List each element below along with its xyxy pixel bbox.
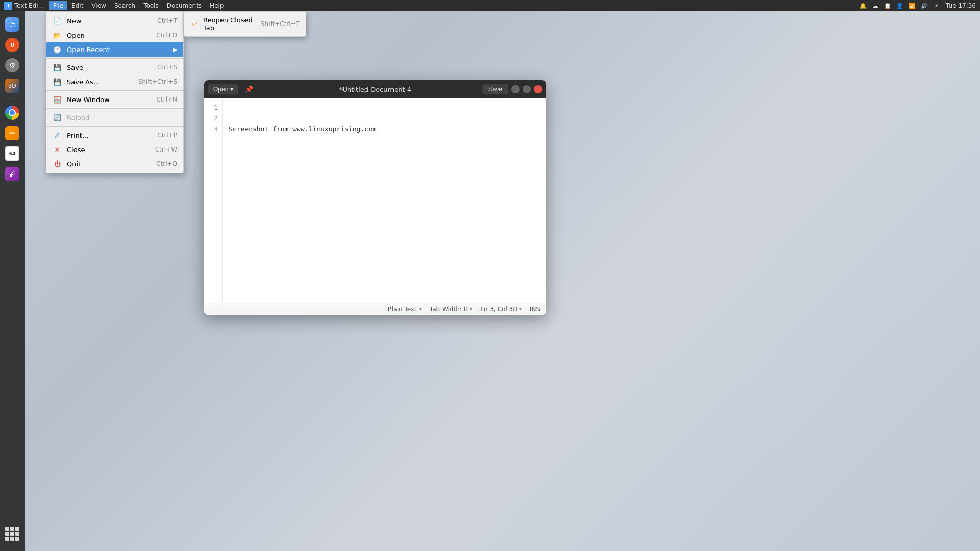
user-icon[interactable]: 👤 — [896, 2, 904, 10]
grid-dot — [5, 532, 9, 536]
line-number: 3 — [210, 124, 218, 135]
blender-icon: 3D — [5, 79, 19, 93]
grid-dot — [5, 527, 9, 531]
menu-item-print[interactable]: 🖨 Print... Ctrl+P — [46, 128, 183, 142]
reload-label: Reload — [67, 114, 177, 121]
menu-search[interactable]: Search — [110, 1, 139, 10]
notification-icon[interactable]: 🔔 — [859, 2, 867, 10]
language-selector[interactable]: Plain Text ▾ — [388, 306, 422, 313]
cursor-position: Ln 3, Col 38 ▾ — [480, 306, 522, 313]
dock-divider — [5, 99, 19, 99]
open-recent-submenu: ↩ Reopen Closed Tab Shift+Ctrl+T — [184, 11, 306, 37]
close-button[interactable]: ✕ — [534, 85, 542, 93]
paint-icon: 🖌 — [5, 167, 19, 181]
menu-help[interactable]: Help — [206, 1, 228, 10]
save-as-icon: 💾 — [53, 77, 62, 86]
dock-item-paint[interactable]: 🖌 — [3, 165, 21, 183]
menu-item-open-recent[interactable]: 🕐 Open Recent ▶ — [46, 42, 183, 57]
network-icon[interactable]: 📶 — [908, 2, 916, 10]
cloud-icon[interactable]: ☁ — [871, 2, 879, 10]
quit-label: Quit — [67, 160, 151, 168]
clipboard-icon[interactable]: 📋 — [884, 2, 892, 10]
save-button[interactable]: Save — [482, 84, 508, 94]
open-shortcut: Ctrl+O — [156, 32, 177, 39]
menu-separator-2 — [46, 90, 183, 91]
menu-separator-3 — [46, 108, 183, 109]
editor-title: *Untitled Document 4 — [339, 86, 411, 93]
editor-text-area[interactable]: Screenshot from www.linuxuprising.com — [223, 98, 546, 303]
pin-button[interactable]: 📌 — [241, 84, 256, 94]
pencil-icon: ✏ — [5, 126, 19, 140]
recent-icon: 🕐 — [53, 45, 62, 54]
new-window-label: New Window — [67, 96, 152, 104]
menu-documents[interactable]: Documents — [163, 1, 206, 10]
menu-file[interactable]: File — [49, 1, 67, 10]
file-menu: 📄 New Ctrl+T 📂 Open Ctrl+O 🕐 Open Recent… — [46, 11, 184, 173]
menu-item-open[interactable]: 📂 Open Ctrl+O — [46, 28, 183, 42]
dock-item-blender[interactable]: 3D — [3, 77, 21, 95]
open-label: Open — [67, 32, 151, 39]
menu-item-reload: 🔄 Reload — [46, 110, 183, 124]
volume-icon[interactable]: 🔊 — [920, 2, 928, 10]
dock-item-texteditor[interactable]: ✏ — [3, 124, 21, 142]
new-icon: 📄 — [53, 16, 62, 26]
menu-item-save-as[interactable]: 💾 Save As... Shift+Ctrl+S — [46, 74, 183, 89]
grid-dot — [15, 537, 19, 541]
insert-mode: INS — [530, 306, 540, 313]
cursor-label: Ln 3, Col 38 — [480, 306, 517, 313]
menu-item-close[interactable]: ✕ Close Ctrl+W — [46, 142, 183, 157]
menu-item-save[interactable]: 💾 Save Ctrl+S — [46, 60, 183, 74]
menu-edit[interactable]: Edit — [67, 1, 87, 10]
app-small-icon: T — [4, 2, 12, 10]
tab-width-selector[interactable]: Tab Width: 8 ▾ — [430, 306, 473, 313]
line-number: 1 — [210, 103, 218, 113]
menu-item-new-window[interactable]: 🪟 New Window Ctrl+N — [46, 92, 183, 107]
reopen-label: Reopen Closed Tab — [203, 16, 256, 32]
app-name-indicator: T Text Edi... — [4, 2, 44, 10]
menu-item-new[interactable]: 📄 New Ctrl+T — [46, 14, 183, 28]
dock-item-calendar[interactable]: 64 — [3, 144, 21, 163]
minimize-button[interactable]: — — [511, 85, 520, 93]
save-label: Save — [67, 64, 152, 71]
menu-item-quit[interactable]: ⏻ Quit Ctrl+Q — [46, 157, 183, 171]
dock: 🗂 U ⚙ 3D ✏ 64 🖌 — [0, 11, 24, 551]
clock-label: Tue 17:36 — [946, 2, 976, 9]
open-button[interactable]: Open ▾ — [208, 84, 238, 94]
language-arrow: ▾ — [419, 306, 422, 312]
quit-shortcut: Ctrl+Q — [156, 160, 177, 167]
menu-view[interactable]: View — [87, 1, 110, 10]
tab-width-label: Tab Width: 8 — [430, 306, 468, 313]
system-tray: 🔔 ☁ 📋 👤 📶 🔊 ⚡ — [859, 2, 941, 10]
line-number: 2 — [210, 113, 218, 124]
reopen-shortcut: Shift+Ctrl+T — [261, 20, 300, 28]
grid-dot — [15, 532, 19, 536]
chrome-icon — [5, 106, 19, 120]
battery-icon[interactable]: ⚡ — [933, 2, 941, 10]
grid-dot — [10, 532, 14, 536]
open-dropdown-arrow: ▾ — [230, 86, 233, 93]
new-shortcut: Ctrl+T — [157, 17, 177, 24]
open-recent-label: Open Recent — [67, 46, 168, 54]
cursor-arrow: ▾ — [519, 306, 522, 312]
top-panel-right: 🔔 ☁ 📋 👤 📶 🔊 ⚡ Tue 17:36 — [859, 2, 976, 10]
maximize-button[interactable]: □ — [523, 85, 531, 93]
save-as-label: Save As... — [67, 78, 133, 86]
save-as-shortcut: Shift+Ctrl+S — [138, 78, 177, 85]
dock-apps-grid[interactable] — [3, 524, 21, 543]
close-icon: ✕ — [53, 145, 62, 154]
settings-icon: ⚙ — [5, 58, 19, 72]
menu-tools[interactable]: Tools — [139, 1, 163, 10]
close-label: Close — [67, 146, 150, 154]
save-shortcut: Ctrl+S — [157, 64, 177, 71]
reopen-closed-tab-item[interactable]: ↩ Reopen Closed Tab Shift+Ctrl+T — [184, 14, 306, 34]
dock-item-ubuntu[interactable]: U — [3, 36, 21, 54]
dock-item-settings[interactable]: ⚙ — [3, 56, 21, 74]
menu-separator-4 — [46, 126, 183, 127]
calendar-icon: 64 — [5, 146, 19, 161]
print-label: Print... — [67, 132, 152, 139]
insert-mode-label: INS — [530, 306, 540, 313]
dock-item-files[interactable]: 🗂 — [3, 15, 21, 34]
dock-item-chrome[interactable] — [3, 104, 21, 122]
save-icon: 💾 — [53, 63, 62, 72]
grid-dot — [5, 537, 9, 541]
